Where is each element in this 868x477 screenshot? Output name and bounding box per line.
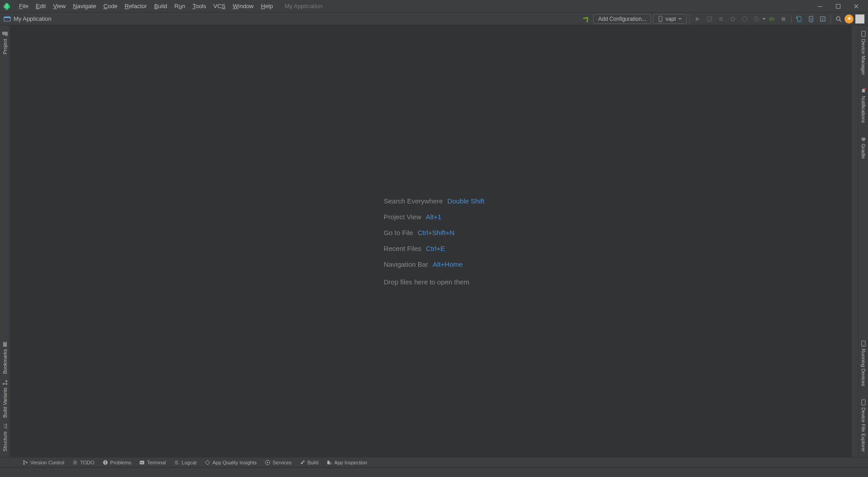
diamond-icon [205,460,210,465]
svg-point-5 [660,20,661,21]
drop-hint: Drop files here to open them [384,278,485,286]
add-config-label: Add Configuration... [598,16,646,22]
hint-key: Ctrl+E [426,245,445,252]
make-project-button[interactable] [581,14,591,24]
menu-build[interactable]: Build [151,1,171,11]
running-devices-icon [860,340,867,347]
apply-code-changes-button[interactable] [716,14,726,24]
structure-icon [2,423,8,430]
tab-app-inspection[interactable]: App Inspection [326,460,367,465]
svg-point-15 [836,17,840,20]
tab-problems[interactable]: Problems [103,460,131,465]
apply-changes-button[interactable] [704,14,714,24]
variants-icon [2,379,8,386]
user-avatar[interactable]: ✦ [844,14,854,24]
add-configuration-button[interactable]: Add Configuration... [593,14,651,24]
svg-rect-6 [707,17,712,21]
tab-project[interactable]: Project [1,28,9,57]
svg-rect-3 [4,17,10,18]
run-button[interactable] [693,14,703,24]
debug-button[interactable] [728,14,738,24]
window-close[interactable] [847,0,865,13]
tab-label: Build [307,460,318,465]
tab-logcat[interactable]: Logcat [174,460,197,465]
svg-point-28 [24,463,25,464]
svg-rect-31 [105,461,105,463]
tab-label: Version Control [30,460,64,465]
tab-notifications[interactable]: Notifications [859,85,868,126]
coverage-button[interactable] [740,14,750,24]
tab-device-manager[interactable]: Device Manager [859,28,868,78]
inspection-icon [326,460,332,465]
tab-services[interactable]: Services [265,460,292,465]
tab-todo[interactable]: TODO [72,460,94,465]
tab-label: Services [273,460,292,465]
window-maximize[interactable] [829,0,847,13]
svg-point-23 [864,88,866,90]
play-icon [265,460,270,465]
stop-button[interactable] [778,14,788,24]
tab-label: Running Devices [861,349,866,386]
menu-refactor[interactable]: Refactor [121,1,151,11]
menu-code[interactable]: Code [100,1,121,11]
navigation-bar: My Application Add Configuration... vapt… [0,13,868,25]
tab-build[interactable]: Build [300,460,318,465]
svg-rect-22 [862,31,865,37]
gradle-icon [860,136,867,142]
hint-label: Recent Files [384,245,421,252]
editor-area[interactable]: Search EverywhereDouble Shift Project Vi… [10,25,858,457]
menu-file[interactable]: File [15,1,32,11]
menu-run[interactable]: Run [171,1,189,11]
hammer-icon [300,460,305,465]
user-account[interactable] [855,14,864,24]
sync-gradle-button[interactable] [818,14,828,24]
tab-app-quality[interactable]: App Quality Insights [205,460,257,465]
profile-dropdown-icon[interactable] [762,18,766,20]
menu-tools[interactable]: Tools [189,1,210,11]
tab-build-variants[interactable]: Build Variants [1,377,9,420]
attach-debugger-button[interactable] [767,14,777,24]
bookmark-icon [2,341,8,347]
branch-icon [23,460,28,465]
sdk-manager-button[interactable] [806,14,816,24]
tab-label: Logcat [182,460,197,465]
breadcrumb[interactable]: My Application [14,15,52,22]
tab-gradle[interactable]: Gradle [859,133,868,161]
menu-help[interactable]: Help [257,1,277,11]
hint-label: Project View [384,213,421,221]
svg-rect-17 [3,383,5,385]
device-selector[interactable]: vapt [653,14,687,24]
left-tool-gutter: Project Bookmarks Build Variants Structu… [0,25,10,457]
tab-terminal[interactable]: Terminal [139,460,166,465]
hint-key: Double Shift [448,197,485,205]
tab-label: Notifications [861,96,866,123]
tab-label: Structure [2,431,8,452]
menu-bar: File Edit View Navigate Code Refactor Bu… [0,0,868,13]
profile-button[interactable] [751,14,761,24]
menu-vcs[interactable]: VCS [210,1,229,11]
terminal-icon [139,460,145,465]
avd-manager-button[interactable] [794,14,804,24]
menu-window[interactable]: Window [229,1,257,11]
editor-hints: Search EverywhereDouble Shift Project Vi… [384,197,485,286]
editor-gutter-strip [852,25,858,457]
tab-structure[interactable]: Structure [1,420,9,454]
right-tool-gutter: Device Manager Notifications Gradle Runn… [858,25,868,457]
chevron-down-icon [678,18,682,20]
menu-navigate[interactable]: Navigate [69,1,99,11]
tab-label: Project [2,39,8,54]
tab-running-devices[interactable]: Running Devices [859,338,868,389]
svg-rect-18 [5,380,7,382]
android-icon [3,2,11,10]
menu-view[interactable]: View [49,1,69,11]
status-bar [0,467,868,477]
warning-icon [103,460,108,465]
menu-edit[interactable]: Edit [32,1,49,11]
tab-bookmarks[interactable]: Bookmarks [1,338,9,377]
search-button[interactable] [834,14,844,24]
project-icon [4,15,11,23]
device-manager-icon [860,31,867,37]
window-minimize[interactable] [811,0,829,13]
tab-device-file-explorer[interactable]: Device File Explorer [859,397,868,454]
tab-version-control[interactable]: Version Control [23,460,64,465]
